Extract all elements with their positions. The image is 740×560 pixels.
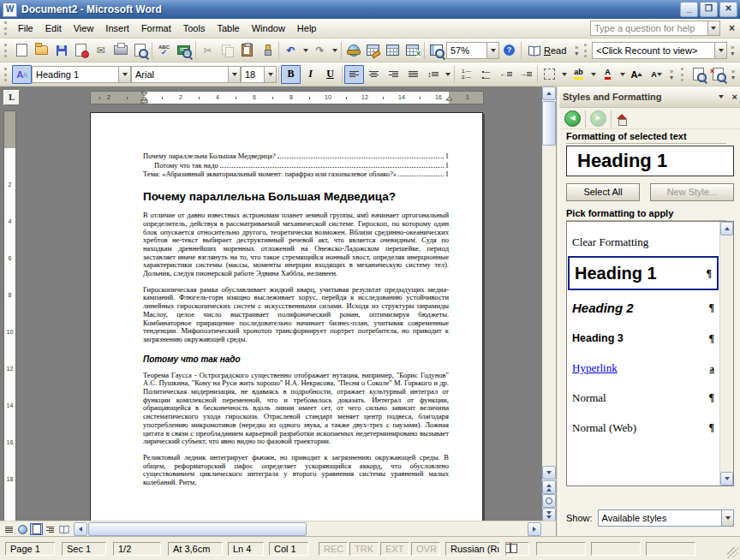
highlight-button[interactable]: ab <box>569 65 588 84</box>
word-count-combobox[interactable]: <Click Recount to view> <box>592 42 727 59</box>
font-color-button[interactable]: A <box>598 65 618 84</box>
style-item-heading1-selected[interactable]: Heading 1 ¶ <box>568 256 719 290</box>
format-painter-button[interactable] <box>257 41 277 60</box>
scroll-right-button[interactable] <box>528 522 541 536</box>
vertical-scroll-thumb[interactable] <box>542 101 556 146</box>
style-item-normal[interactable]: Normal ¶ <box>567 384 719 412</box>
toolbar-grip[interactable] <box>584 44 589 57</box>
insert-hyperlink-button[interactable] <box>343 41 363 60</box>
toolbar-grip[interactable] <box>4 21 9 35</box>
help-button[interactable]: ? <box>499 41 519 60</box>
style-item-heading2[interactable]: Heading 2 ¶ <box>567 293 719 322</box>
minimize-button[interactable]: _ <box>680 2 698 17</box>
help-question-box[interactable]: Type a question for help <box>590 21 720 36</box>
size-combobox[interactable]: 18 <box>241 66 277 83</box>
menu-help[interactable]: Help <box>291 21 323 36</box>
chevron-down-icon[interactable] <box>486 43 498 58</box>
menu-view[interactable]: View <box>68 21 100 36</box>
underline-button[interactable]: U <box>320 65 340 84</box>
toolbar-grip[interactable] <box>681 68 686 81</box>
menu-table[interactable]: Table <box>211 21 245 36</box>
status-rec[interactable]: REC <box>319 542 348 556</box>
normal-view-button[interactable] <box>3 523 15 535</box>
zoom-combobox[interactable]: 57% <box>446 42 499 59</box>
toolbar-options-chevron[interactable]: »▾ <box>666 64 677 85</box>
status-spellcheck[interactable]: ✓ <box>505 542 529 556</box>
doc-preview-close-button[interactable]: × <box>708 65 728 84</box>
task-pane-close-icon[interactable]: × <box>732 92 737 102</box>
back-button[interactable]: ◀ <box>564 110 581 127</box>
web-layout-view-button[interactable] <box>16 523 29 535</box>
select-browse-object-button[interactable] <box>542 494 556 508</box>
undo-button[interactable]: ↶ <box>281 41 301 60</box>
toolbar-options-chevron[interactable]: »▾ <box>728 64 738 85</box>
vertical-ruler[interactable]: 2 4 6 8 10 12 14 16 18 <box>3 110 16 521</box>
tables-borders-button[interactable] <box>363 41 383 60</box>
close-button[interactable]: ✕ <box>719 2 737 17</box>
toolbar-grip[interactable] <box>4 68 9 81</box>
style-item-heading3[interactable]: Heading 3 ¶ <box>567 325 719 352</box>
indent-marker[interactable] <box>140 92 146 104</box>
scroll-up-button[interactable] <box>542 86 556 100</box>
read-button[interactable]: Read <box>523 40 571 61</box>
styles-formatting-button[interactable]: AA <box>12 65 32 84</box>
status-trk[interactable]: TRK <box>349 542 379 556</box>
style-combobox[interactable]: Heading 1 <box>32 66 131 83</box>
save-button[interactable] <box>51 41 71 60</box>
doc-preview-button[interactable] <box>689 65 708 84</box>
menu-edit[interactable]: Edit <box>39 21 68 36</box>
select-all-button[interactable]: Select All <box>566 183 640 201</box>
horizontal-ruler[interactable]: 2 2 4 6 8 10 12 14 16 1 <box>90 91 484 104</box>
maximize-button[interactable]: ❐ <box>700 2 718 17</box>
toc-entry[interactable]: Потому что так надо 1 <box>143 161 449 170</box>
document-page[interactable]: Почему параллельна Большая Медведица? 1 … <box>90 112 483 521</box>
horizontal-scroll-thumb[interactable] <box>88 522 307 536</box>
scroll-down-button[interactable] <box>542 466 556 480</box>
status-ext[interactable]: EXT <box>380 542 409 556</box>
task-pane-menu-chevron[interactable] <box>719 95 724 98</box>
grow-font-button[interactable]: A <box>627 65 647 84</box>
shrink-font-button[interactable]: A <box>647 65 666 84</box>
font-color-dropdown[interactable] <box>618 65 627 84</box>
font-combobox[interactable]: Arial <box>131 66 241 83</box>
chevron-down-icon[interactable] <box>264 67 276 82</box>
task-pane-header[interactable]: Styles and Formatting × <box>559 86 740 108</box>
scroll-left-button[interactable] <box>74 522 87 536</box>
scroll-down-button[interactable] <box>720 472 733 486</box>
redo-dropdown[interactable] <box>330 41 339 60</box>
scroll-up-button[interactable] <box>720 222 733 235</box>
menu-file[interactable]: File <box>12 21 39 36</box>
chevron-down-icon[interactable] <box>714 43 726 58</box>
status-ovr[interactable]: OVR <box>411 542 440 556</box>
tab-selector[interactable]: L <box>3 90 20 105</box>
decrease-indent-button[interactable]: ← <box>496 65 516 84</box>
outline-view-button[interactable] <box>44 523 57 535</box>
vertical-scrollbar[interactable] <box>542 86 556 521</box>
italic-button[interactable]: I <box>301 65 320 84</box>
style-item-normal-web[interactable]: Normal (Web) ¶ <box>567 414 719 442</box>
new-document-button[interactable] <box>12 41 32 60</box>
next-page-button[interactable] <box>542 508 556 521</box>
status-language[interactable]: Russian (Ru <box>445 542 500 556</box>
justify-button[interactable] <box>403 65 423 84</box>
style-list-scrollbar[interactable] <box>719 222 733 486</box>
borders-button[interactable] <box>540 65 559 84</box>
increase-indent-button[interactable]: → <box>516 65 535 84</box>
chevron-down-icon[interactable] <box>118 67 130 82</box>
print-button[interactable] <box>110 41 130 60</box>
align-left-button[interactable] <box>344 65 364 84</box>
highlight-dropdown[interactable] <box>588 65 598 84</box>
print-layout-view-button[interactable] <box>30 523 43 535</box>
align-center-button[interactable] <box>364 65 384 84</box>
document-map-button[interactable] <box>427 41 446 60</box>
paste-button[interactable] <box>237 41 257 60</box>
chevron-down-icon[interactable] <box>721 510 733 526</box>
borders-dropdown[interactable] <box>559 65 569 84</box>
toc-entry[interactable]: Почему параллельна Большая Медведица? 1 <box>143 152 449 161</box>
insert-table-button[interactable] <box>383 41 403 60</box>
resize-grip[interactable] <box>727 547 738 558</box>
right-indent-marker[interactable] <box>445 92 451 104</box>
insert-excel-button[interactable]: X <box>403 41 422 60</box>
toc-entry[interactable]: Тема: «Абразивный экваториальный момент:… <box>143 170 449 179</box>
print-preview-button[interactable] <box>130 41 150 60</box>
